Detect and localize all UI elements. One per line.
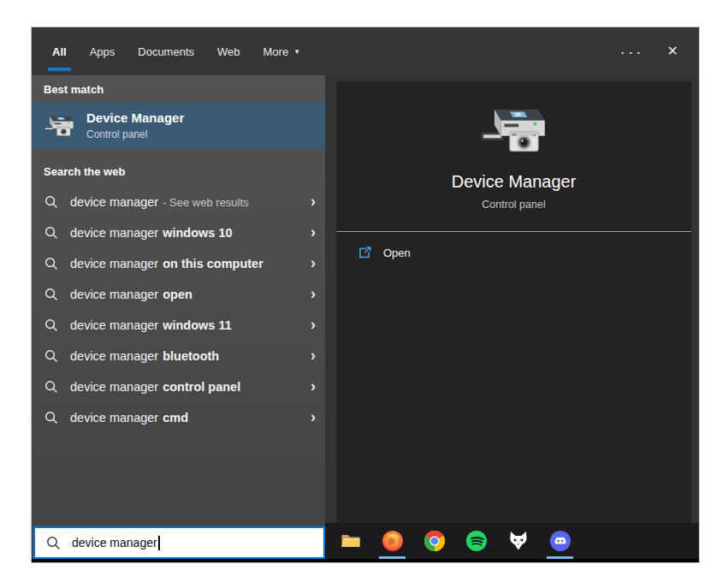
text-caret <box>158 536 160 550</box>
taskbar-foobar2000[interactable] <box>497 523 539 559</box>
open-icon <box>358 246 372 260</box>
taskbar-spotify[interactable] <box>455 523 497 559</box>
best-match-text: Device Manager Control panel <box>86 110 184 140</box>
topbar-actions: ··· ✕ <box>620 44 678 60</box>
file-explorer-icon <box>340 530 362 552</box>
tab-apps-label: Apps <box>90 45 115 58</box>
chevron-right-icon[interactable]: › <box>311 347 316 365</box>
best-match-item[interactable]: Device Manager Control panel <box>32 102 325 149</box>
firefox-icon <box>382 530 404 552</box>
close-button[interactable]: ✕ <box>667 45 678 58</box>
search-input[interactable]: device manager <box>33 526 325 559</box>
chevron-right-icon[interactable]: › <box>311 409 316 426</box>
suggestion-open[interactable]: device manager open › <box>32 279 325 310</box>
tab-all-label: All <box>52 45 67 58</box>
suggestion-suffix: on this computer <box>163 257 263 270</box>
tab-web[interactable]: Web <box>217 27 240 75</box>
suggestion-suffix: control panel <box>163 380 240 394</box>
device-manager-icon <box>479 102 549 157</box>
search-icon <box>44 195 58 209</box>
preview-title: Device Manager <box>452 172 577 192</box>
suggestion-see-web-results[interactable]: device manager - See web results › <box>32 187 325 217</box>
preview-panel-area: Device Manager Control panel Open <box>325 75 699 562</box>
open-label: Open <box>383 246 411 259</box>
suggestion-suffix: cmd <box>163 411 188 425</box>
suggestion-suffix: - See web results <box>163 196 248 209</box>
tab-apps[interactable]: Apps <box>90 27 115 75</box>
chevron-right-icon[interactable]: › <box>311 224 316 241</box>
search-filter-bar: All Apps Documents Web More ▼ ··· ✕ <box>32 27 699 75</box>
discord-icon <box>549 530 571 552</box>
search-icon <box>44 288 58 301</box>
suggestion-windows-11[interactable]: device manager windows 11 › <box>32 310 325 341</box>
spotify-icon <box>465 530 488 552</box>
chevron-right-icon[interactable]: › <box>311 286 316 303</box>
suggestion-query: device manager <box>70 288 158 301</box>
taskbar-file-explorer[interactable] <box>329 523 371 559</box>
search-icon <box>44 257 58 270</box>
suggestion-suffix: windows 10 <box>163 226 232 240</box>
filter-tabs: All Apps Documents Web More ▼ <box>52 27 300 75</box>
chevron-right-icon[interactable]: › <box>311 255 316 272</box>
suggestion-cmd[interactable]: device manager cmd › <box>32 402 325 433</box>
tab-web-label: Web <box>217 45 240 58</box>
tab-more-label: More <box>263 45 289 58</box>
tab-documents-label: Documents <box>138 45 194 58</box>
suggestion-suffix: windows 11 <box>163 318 232 332</box>
suggestion-query: device manager <box>70 226 158 240</box>
tab-more[interactable]: More ▼ <box>263 27 301 75</box>
best-match-subtitle: Control panel <box>86 128 184 140</box>
preview-card: Device Manager Control panel Open <box>336 81 691 523</box>
more-options-button[interactable]: ··· <box>620 44 644 60</box>
search-web-header: Search the web <box>32 149 325 187</box>
flyout-bottom-edge <box>32 559 699 562</box>
suggestion-query: device manager <box>70 349 158 363</box>
suggestion-on-this-computer[interactable]: device manager on this computer › <box>32 248 325 279</box>
taskbar-chrome[interactable] <box>413 523 455 559</box>
suggestion-bluetooth[interactable]: device manager bluetooth › <box>32 341 325 371</box>
windows-search-flyout: All Apps Documents Web More ▼ ··· ✕ Best… <box>32 27 699 562</box>
open-action[interactable]: Open <box>336 232 691 260</box>
chrome-icon <box>423 530 446 552</box>
chevron-down-icon: ▼ <box>293 48 300 56</box>
chevron-right-icon[interactable]: › <box>311 193 316 211</box>
search-icon <box>46 536 61 550</box>
active-tab-indicator <box>48 68 71 71</box>
preview-subtitle: Control panel <box>482 199 545 211</box>
tab-documents[interactable]: Documents <box>138 27 194 75</box>
suggestion-query: device manager <box>70 318 158 332</box>
desktop: { "tabs": { "items": ["All", "Apps", "Do… <box>0 0 728 588</box>
search-results-panel: Best match Device Manager Control panel … <box>32 75 325 562</box>
suggestion-query: device manager <box>70 411 158 425</box>
suggestion-suffix: bluetooth <box>163 349 219 363</box>
taskbar-firefox[interactable] <box>371 523 413 559</box>
chevron-right-icon[interactable]: › <box>311 317 316 334</box>
taskbar <box>325 523 699 559</box>
suggestion-query: device manager <box>70 380 158 394</box>
best-match-header: Best match <box>32 75 325 102</box>
best-match-title: Device Manager <box>86 110 184 126</box>
foobar2000-icon <box>507 530 530 552</box>
suggestion-query: device manager <box>70 257 158 270</box>
search-icon <box>44 411 58 425</box>
search-input-value: device manager <box>72 536 157 549</box>
search-icon <box>44 226 58 240</box>
suggestion-query: device manager <box>70 195 158 209</box>
suggestion-windows-10[interactable]: device manager windows 10 › <box>32 217 325 248</box>
suggestion-control-panel[interactable]: device manager control panel › <box>32 371 325 402</box>
tab-all[interactable]: All <box>52 27 67 75</box>
search-icon <box>44 380 58 394</box>
search-icon <box>44 318 58 332</box>
search-icon <box>44 349 58 363</box>
chevron-right-icon[interactable]: › <box>311 378 316 395</box>
taskbar-discord[interactable] <box>539 523 581 559</box>
device-manager-icon <box>43 111 75 140</box>
suggestion-suffix: open <box>163 288 192 301</box>
